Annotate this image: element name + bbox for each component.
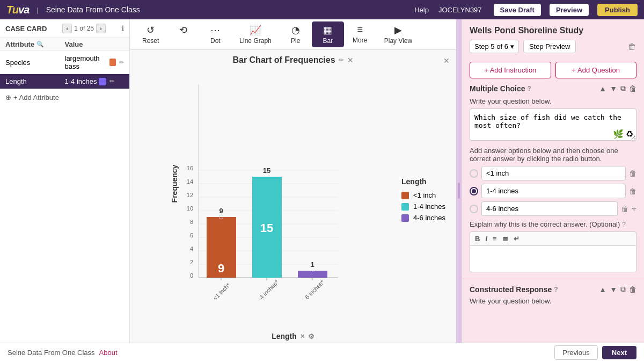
- attribute-row-length[interactable]: Length 1-4 inches ✏: [0, 74, 129, 89]
- drag-handle[interactable]: [456, 19, 462, 362]
- right-panel: Wells Pond Shoreline Study Step 5 of 6 ▾…: [462, 19, 644, 362]
- preview-button[interactable]: Preview: [550, 4, 589, 16]
- cr-help-icon[interactable]: ?: [554, 286, 558, 293]
- toolbar-bar[interactable]: ▦ Bar: [312, 21, 344, 47]
- question-label: Write your question below.: [470, 97, 636, 105]
- species-text: largemouth bass: [65, 54, 108, 70]
- toolbar-pie[interactable]: ◔ Pie: [280, 21, 312, 47]
- svg-text:8: 8: [190, 219, 193, 225]
- step-dropdown[interactable]: Step 5 of 6 ▾: [470, 40, 519, 53]
- toolbar-more[interactable]: ≡ More: [344, 21, 376, 47]
- toolbar-play-view[interactable]: ▶ Play View: [376, 21, 420, 47]
- length-edit-icon[interactable]: ✏: [109, 78, 114, 85]
- toolbar-line-graph[interactable]: 📈 Line Graph: [231, 21, 279, 47]
- question-type-label: Multiple Choice ?: [470, 84, 531, 93]
- multiple-choice-block: Multiple Choice ? ▲ ▼ ⧉ 🗑 Write your que…: [462, 84, 644, 279]
- cr-delete-icon[interactable]: 🗑: [629, 285, 636, 294]
- nav-separator: |: [36, 6, 38, 14]
- help-link[interactable]: Help: [414, 6, 429, 14]
- svg-text:9: 9: [219, 207, 223, 215]
- next-button[interactable]: Next: [602, 346, 636, 359]
- user-name: JOCELYN397: [438, 6, 482, 14]
- cr-copy-icon[interactable]: ⧉: [620, 285, 626, 294]
- center-panel: ↺ Reset ⟲ ⋯ Dot 📈 Line Graph ◔ Pie ▦ Bar: [130, 19, 456, 362]
- add-question-button[interactable]: + Add Question: [555, 62, 637, 78]
- answer-delete-0[interactable]: 🗑: [629, 169, 636, 178]
- cr-header: Constructed Response ? ▲ ▼ ⧉ 🗑: [470, 285, 636, 294]
- x-axis-label-row: Length ✕ ⚙: [135, 331, 451, 342]
- add-instruction-button[interactable]: + Add Instruction: [470, 62, 551, 78]
- x-axis-close-icon[interactable]: ✕: [300, 333, 305, 340]
- explain-bold-button[interactable]: B: [473, 234, 481, 243]
- attribute-search-icon[interactable]: 🔍: [36, 41, 44, 48]
- toolbar-reset[interactable]: ↺ Reset: [134, 21, 167, 47]
- chart-title-edit-icon[interactable]: ✏: [339, 56, 344, 64]
- undo-icon: ⟲: [179, 24, 187, 36]
- explain-help-icon[interactable]: ?: [622, 221, 626, 228]
- publish-button[interactable]: Publish: [597, 4, 638, 16]
- answer-input-1[interactable]: [481, 184, 626, 198]
- radio-2[interactable]: [470, 205, 478, 213]
- question-input[interactable]: Which size of fish did we catch the most…: [470, 108, 636, 141]
- delete-step-icon[interactable]: 🗑: [628, 42, 636, 52]
- case-card-header: CASE CARD ‹ 1 of 25 › ℹ: [0, 19, 129, 38]
- answer-input-2[interactable]: [481, 201, 618, 216]
- question-type-help-icon[interactable]: ?: [527, 85, 531, 92]
- bar-label: Bar: [323, 37, 333, 45]
- value-col-header: Value: [65, 40, 125, 48]
- info-icon[interactable]: ℹ: [121, 24, 124, 33]
- answer-add-button[interactable]: +: [632, 204, 636, 214]
- pie-icon: ◔: [291, 24, 300, 36]
- question-copy-icon[interactable]: ⧉: [620, 84, 626, 93]
- more-label: More: [353, 37, 367, 44]
- answer-option-row-1: 🗑: [470, 184, 636, 198]
- save-draft-button[interactable]: Save Draft: [494, 4, 541, 16]
- chart-content: Frequency 0 2 4 6 8 10 12 14 16: [135, 68, 451, 331]
- question-type-text: Multiple Choice: [470, 84, 525, 93]
- explain-ordered-list-button[interactable]: ≣: [501, 234, 510, 243]
- radio-1[interactable]: [470, 187, 478, 196]
- step-row: Step 5 of 6 ▾ Step Preview 🗑: [470, 40, 636, 53]
- question-down-icon[interactable]: ▼: [610, 84, 617, 93]
- x-axis-settings-icon[interactable]: ⚙: [308, 332, 314, 341]
- step-preview-button[interactable]: Step Preview: [523, 40, 576, 53]
- study-title: Wells Pond Shoreline Study: [470, 26, 636, 35]
- species-color-swatch: [109, 59, 116, 66]
- explain-unordered-list-button[interactable]: ≡: [491, 234, 499, 243]
- explain-area[interactable]: [470, 245, 636, 272]
- answer-delete-1[interactable]: 🗑: [629, 187, 636, 196]
- svg-text:12: 12: [187, 192, 193, 198]
- svg-text:4: 4: [190, 245, 193, 252]
- answer-input-0[interactable]: [481, 166, 626, 180]
- explain-italic-button[interactable]: I: [484, 234, 489, 243]
- previous-button[interactable]: Previous: [554, 345, 598, 360]
- legend-label-2: 4-6 inches: [413, 214, 445, 222]
- explain-enter-button[interactable]: ↵: [512, 234, 521, 243]
- explain-toolbar: B I ≡ ≣ ↵: [470, 231, 636, 245]
- legend-color-2: [401, 214, 409, 222]
- species-edit-icon[interactable]: ✏: [119, 59, 124, 66]
- question-up-icon[interactable]: ▲: [599, 84, 606, 93]
- case-next-button[interactable]: ›: [96, 24, 106, 33]
- case-prev-button[interactable]: ‹: [62, 24, 72, 33]
- chart-title-close-icon[interactable]: ✕: [347, 56, 354, 64]
- footer-about-link[interactable]: About: [99, 349, 118, 357]
- legend-title: Length: [401, 177, 445, 186]
- reset-icon: ↺: [147, 24, 155, 36]
- add-attribute-button[interactable]: ⊕ + Add Attribute: [0, 89, 129, 106]
- toolbar-undo[interactable]: ⟲: [167, 21, 199, 47]
- ai-icon[interactable]: ♻: [626, 129, 633, 139]
- radio-0[interactable]: [470, 169, 478, 178]
- grammar-check-icon[interactable]: 🌿: [613, 129, 624, 139]
- cr-down-icon[interactable]: ▼: [610, 285, 617, 294]
- chart-close-icon[interactable]: ✕: [443, 56, 450, 65]
- pie-label: Pie: [291, 37, 300, 45]
- dropdown-arrow-icon: ▾: [510, 42, 514, 50]
- question-delete-icon[interactable]: 🗑: [629, 84, 636, 93]
- toolbar-dot[interactable]: ⋯ Dot: [199, 21, 231, 47]
- answer-delete-2[interactable]: 🗑: [621, 205, 628, 213]
- cr-up-icon[interactable]: ▲: [599, 285, 606, 294]
- length-label: Length: [5, 77, 65, 85]
- chart-area: Bar Chart of Frequencies ✏ ✕ ✕ Frequency…: [130, 50, 456, 347]
- length-text: 1-4 inches: [65, 77, 97, 85]
